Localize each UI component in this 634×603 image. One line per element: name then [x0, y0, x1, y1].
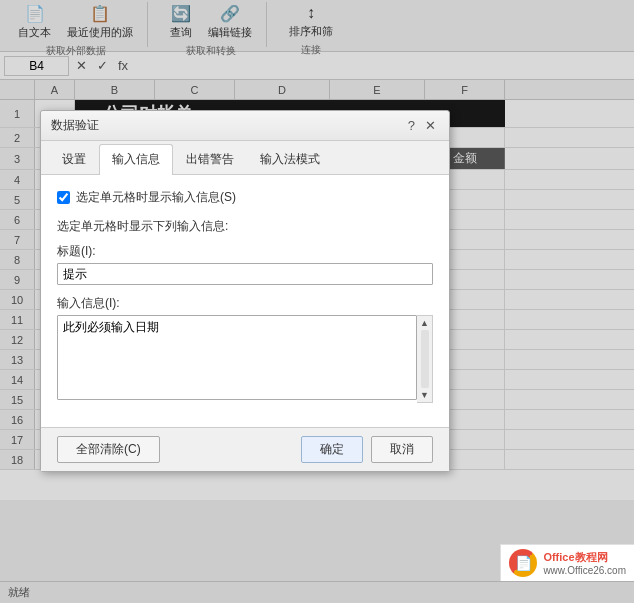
brand-url: www.Office26.com: [543, 565, 626, 576]
data-validation-dialog: 数据验证 ? ✕ 设置 输入信息 出错警告 输入法模式: [40, 110, 450, 472]
clear-all-button[interactable]: 全部清除(C): [57, 436, 160, 463]
dialog-controls: ? ✕: [405, 119, 439, 132]
message-field-label: 输入信息(I):: [57, 295, 433, 312]
show-input-checkbox[interactable]: [57, 191, 70, 204]
dialog-tabs: 设置 输入信息 出错警告 输入法模式: [41, 141, 449, 175]
brand-name: Office教程网: [543, 550, 626, 565]
section-label: 选定单元格时显示下列输入信息:: [57, 218, 433, 235]
textarea-wrapper: 此列必须输入日期 ▲ ▼: [57, 315, 433, 403]
modal-overlay: 数据验证 ? ✕ 设置 输入信息 出错警告 输入法模式: [0, 0, 634, 603]
message-field-group: 输入信息(I): 此列必须输入日期 ▲ ▼: [57, 295, 433, 403]
title-field-input[interactable]: [57, 263, 433, 285]
brand-text-group: Office教程网 www.Office26.com: [543, 550, 626, 576]
title-field-label: 标题(I):: [57, 243, 433, 260]
message-field-textarea[interactable]: 此列必须输入日期: [57, 315, 417, 400]
footer-left: 全部清除(C): [57, 436, 160, 463]
brand-logo: 📄: [509, 549, 537, 577]
dialog-close-button[interactable]: ✕: [422, 119, 439, 132]
brand-logo-icon: 📄: [515, 555, 532, 571]
scrollbar-track: [421, 330, 429, 388]
scrollbar: ▲ ▼: [417, 315, 433, 403]
footer-right: 确定 取消: [301, 436, 433, 463]
dialog-content: 选定单元格时显示输入信息(S) 选定单元格时显示下列输入信息: 标题(I): 输…: [41, 175, 449, 427]
show-input-label: 选定单元格时显示输入信息(S): [76, 189, 236, 206]
dialog-footer: 全部清除(C) 确定 取消: [41, 427, 449, 471]
dialog-title: 数据验证: [51, 117, 99, 134]
show-input-checkbox-row: 选定单元格时显示输入信息(S): [57, 189, 433, 206]
tab-error-alert[interactable]: 出错警告: [173, 144, 247, 174]
title-field-group: 标题(I):: [57, 243, 433, 285]
tab-input-info[interactable]: 输入信息: [99, 144, 173, 175]
cancel-button[interactable]: 取消: [371, 436, 433, 463]
dialog-titlebar: 数据验证 ? ✕: [41, 111, 449, 141]
scroll-down-icon[interactable]: ▼: [420, 390, 429, 400]
ok-button[interactable]: 确定: [301, 436, 363, 463]
tab-settings[interactable]: 设置: [49, 144, 99, 174]
scroll-up-icon[interactable]: ▲: [420, 318, 429, 328]
branding: 📄 Office教程网 www.Office26.com: [500, 544, 634, 581]
tab-input-mode[interactable]: 输入法模式: [247, 144, 333, 174]
dialog-help-button[interactable]: ?: [405, 119, 418, 132]
